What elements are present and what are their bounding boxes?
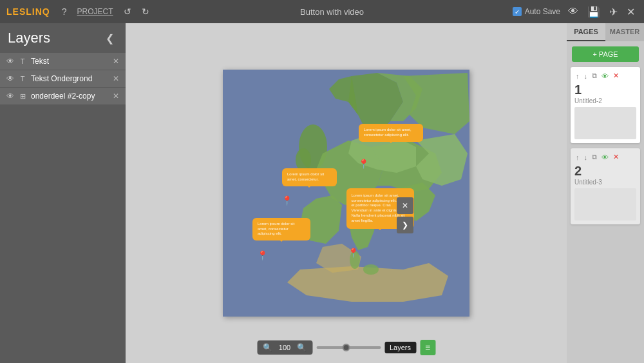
page-move-up-button[interactable]: ↑ [574, 72, 581, 81]
tab-master[interactable]: MASTER [605, 23, 644, 41]
callout-2: Lorem ipsum dolor sit amet, consectetur. [282, 168, 337, 186]
zoom-slider-thumb[interactable] [342, 344, 350, 351]
logo: LESLINQ [6, 6, 50, 17]
right-panel: PAGES MASTER + PAGE ↑ ↓ ⧉ 👁 ✕ 1 Untitled… [567, 23, 644, 363]
bottom-bar: 🔍 100 🔍 Layers ≡ [257, 340, 435, 355]
layers-title: Layers [8, 30, 50, 46]
page-title: Button with video [157, 7, 507, 17]
preview-button[interactable]: 👁 [565, 5, 581, 19]
zoom-value-display: 100 [277, 344, 292, 351]
callout-4: Lorem ipsum dolor sit amet, consectetur … [252, 218, 310, 240]
page-duplicate-button[interactable]: ⧉ [591, 71, 598, 81]
layer-visibility-icon[interactable]: 👁 [6, 74, 14, 83]
autosave-control: Auto Save [513, 7, 560, 16]
canvas-action-close[interactable]: ✕ [397, 197, 413, 214]
close-button[interactable]: ✕ [624, 5, 638, 19]
layer-type-icon: ⊞ [18, 92, 27, 101]
help-icon: ? [62, 6, 67, 17]
canvas-frame[interactable]: Lorem ipsum dolor sit amet, consectetur … [223, 70, 469, 317]
map-pin-3: 📍 [348, 248, 359, 258]
layer-visibility-icon[interactable]: 👁 [6, 57, 14, 66]
layer-item: 👁 T Tekst ✕ [0, 53, 126, 70]
layer-name: Tekst Ondergrond [31, 74, 109, 83]
layers-collapse-button[interactable]: ❮ [102, 31, 118, 46]
page-card-1: ↑ ↓ ⧉ 👁 ✕ 1 Untitled-2 [571, 67, 640, 143]
autosave-checkbox[interactable] [513, 7, 522, 16]
zoom-slider[interactable] [316, 346, 381, 349]
layers-header: Layers ❮ [0, 23, 126, 53]
page-visibility-button[interactable]: 👁 [600, 72, 610, 81]
redo-icon: ↻ [142, 6, 149, 17]
layers-toggle-button[interactable]: ≡ [420, 340, 435, 355]
layers-badge[interactable]: Layers [384, 342, 416, 353]
map-pin-1: 📍 [358, 159, 369, 169]
page-card-actions: ↑ ↓ ⧉ 👁 ✕ [574, 71, 636, 81]
redo-button[interactable]: ↻ [139, 5, 152, 18]
page-visibility-button[interactable]: 👁 [600, 153, 610, 162]
page-card-2: ↑ ↓ ⧉ 👁 ✕ 2 Untitled-3 [571, 148, 640, 224]
layer-delete-button[interactable]: ✕ [113, 74, 119, 83]
zoom-in-button[interactable]: 🔍 [295, 342, 308, 353]
page-move-down-button[interactable]: ↓ [583, 72, 589, 81]
layer-delete-button[interactable]: ✕ [113, 57, 119, 66]
page-thumbnail [574, 107, 636, 139]
topbar-actions: 👁 💾 ✈ ✕ [565, 5, 638, 19]
page-number: 1 [574, 83, 636, 96]
project-link[interactable]: PROJECT [77, 7, 113, 16]
main-content: Layers ❮ 👁 T Tekst ✕ 👁 T Tekst Ondergron… [0, 23, 644, 363]
svg-point-17 [363, 264, 379, 275]
panel-tabs: PAGES MASTER [567, 23, 644, 41]
canvas-actions: ✕ ❯ [397, 197, 413, 233]
page-name: Untitled-3 [574, 179, 636, 186]
logo-les: LES [6, 6, 26, 17]
page-name: Untitled-2 [574, 97, 636, 104]
page-card-actions: ↑ ↓ ⧉ 👁 ✕ [574, 152, 636, 162]
layer-item: 👁 ⊞ onderdeel #2-copy ✕ [0, 88, 126, 105]
share-button[interactable]: ✈ [607, 5, 620, 19]
layer-type-icon: T [18, 75, 27, 83]
add-page-button[interactable]: + PAGE [572, 46, 639, 62]
page-duplicate-button[interactable]: ⧉ [591, 152, 598, 162]
canvas-action-expand[interactable]: ❯ [397, 217, 413, 233]
topbar: LESLINQ ? PROJECT ↺ ↻ Button with video … [0, 0, 644, 23]
page-move-up-button[interactable]: ↑ [574, 153, 581, 162]
layer-name: onderdeel #2-copy [31, 92, 109, 101]
layer-type-icon: T [18, 57, 27, 65]
autosave-label: Auto Save [525, 7, 560, 16]
canvas-area: Lorem ipsum dolor sit amet, consectetur … [126, 23, 567, 363]
logo-linq: LINQ [26, 6, 50, 17]
page-thumbnail [574, 188, 636, 221]
undo-button[interactable]: ↺ [121, 5, 134, 18]
undo-icon: ↺ [124, 6, 131, 17]
tab-pages[interactable]: PAGES [567, 23, 605, 41]
zoom-controls: 🔍 100 🔍 [257, 340, 312, 355]
layer-visibility-icon[interactable]: 👁 [6, 92, 14, 101]
layer-delete-button[interactable]: ✕ [113, 92, 119, 101]
svg-marker-12 [416, 134, 468, 186]
map-pin-4: 📍 [257, 250, 268, 260]
page-delete-button[interactable]: ✕ [612, 152, 620, 162]
page-number: 2 [574, 164, 636, 177]
map-pin-2: 📍 [281, 195, 292, 206]
layers-panel: Layers ❮ 👁 T Tekst ✕ 👁 T Tekst Ondergron… [0, 23, 126, 363]
zoom-out-button[interactable]: 🔍 [261, 342, 274, 353]
layer-name: Tekst [31, 57, 109, 66]
help-button[interactable]: ? [59, 5, 70, 18]
page-delete-button[interactable]: ✕ [612, 71, 620, 81]
save-button[interactable]: 💾 [585, 5, 603, 19]
callout-1: Lorem ipsum dolor sit amet, consectetur … [359, 124, 423, 142]
layer-item: 👁 T Tekst Ondergrond ✕ [0, 70, 126, 88]
page-move-down-button[interactable]: ↓ [583, 153, 589, 162]
